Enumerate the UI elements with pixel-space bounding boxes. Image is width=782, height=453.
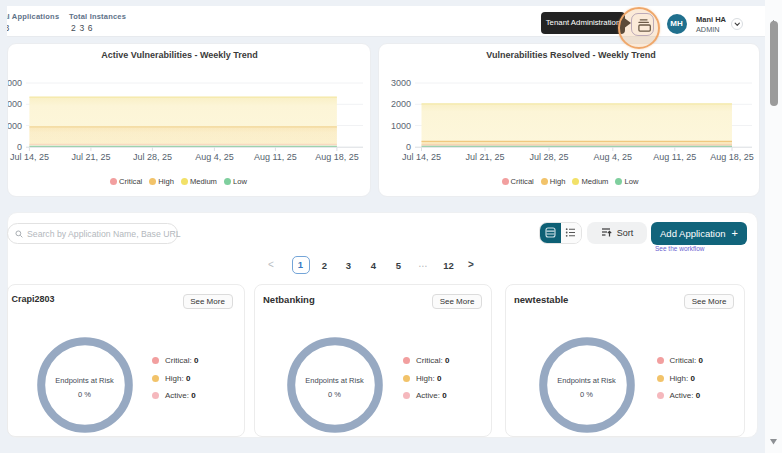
svg-text:Jul 14, 25: Jul 14, 25 [10,152,49,162]
svg-text:3000: 3000 [8,78,22,88]
svg-text:Aug 4, 25: Aug 4, 25 [195,152,234,162]
svg-text:2000: 2000 [391,99,411,109]
svg-text:0: 0 [17,142,22,152]
svg-text:Aug 18, 25: Aug 18, 25 [315,152,359,162]
svg-text:Jul 14, 25: Jul 14, 25 [402,152,441,162]
svg-text:Jul 28, 25: Jul 28, 25 [133,152,172,162]
svg-text:Jul 28, 25: Jul 28, 25 [529,152,568,162]
svg-text:2000: 2000 [8,99,22,109]
svg-text:Aug 11, 25: Aug 11, 25 [653,152,696,162]
svg-text:3000: 3000 [391,78,411,88]
svg-text:1000: 1000 [391,121,411,131]
svg-text:Aug 18, 25: Aug 18, 25 [710,152,754,162]
svg-text:Jul 21, 25: Jul 21, 25 [465,152,504,162]
svg-text:Aug 11, 25: Aug 11, 25 [254,152,297,162]
svg-text:Aug 4, 25: Aug 4, 25 [594,152,633,162]
svg-text:1000: 1000 [8,121,22,131]
svg-text:0: 0 [406,142,411,152]
svg-text:Jul 21, 25: Jul 21, 25 [71,152,110,162]
